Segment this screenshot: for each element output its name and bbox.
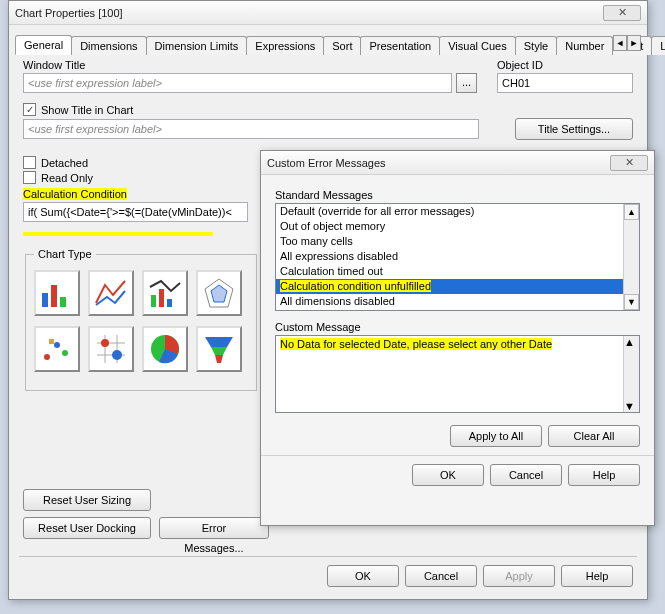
tab-visual-cues[interactable]: Visual Cues: [439, 36, 516, 55]
svg-rect-0: [42, 293, 48, 307]
list-item[interactable]: Default (override for all error messages…: [276, 204, 639, 219]
chart-type-funnel-icon[interactable]: [196, 326, 242, 372]
standard-messages-list[interactable]: Default (override for all error messages…: [275, 203, 640, 311]
chart-type-combo-icon[interactable]: [142, 270, 188, 316]
svg-point-17: [112, 350, 122, 360]
detached-label: Detached: [41, 157, 88, 169]
svg-marker-19: [205, 337, 233, 347]
window-title-input[interactable]: [23, 73, 452, 93]
svg-point-16: [101, 339, 109, 347]
tab-scroll-right-icon[interactable]: ►: [627, 35, 641, 51]
ok-button[interactable]: OK: [327, 565, 399, 587]
show-title-checkbox[interactable]: ✓: [23, 103, 36, 116]
svg-point-9: [54, 342, 60, 348]
list-item[interactable]: All expressions disabled: [276, 249, 639, 264]
tab-presentation[interactable]: Presentation: [360, 36, 440, 55]
tab-general[interactable]: General: [15, 35, 72, 55]
window-title-browse-button[interactable]: ...: [456, 73, 477, 93]
dialog-title: Chart Properties [100]: [15, 7, 603, 19]
custom-message-label: Custom Message: [275, 321, 640, 333]
chart-type-radar-icon[interactable]: [196, 270, 242, 316]
chart-type-grid-icon[interactable]: [88, 326, 134, 372]
reset-user-sizing-button[interactable]: Reset User Sizing: [23, 489, 151, 511]
list-item[interactable]: Calculation condition unfulfilled: [276, 279, 639, 294]
reset-user-docking-button[interactable]: Reset User Docking: [23, 517, 151, 539]
list-item[interactable]: Out of object memory: [276, 219, 639, 234]
cancel-button[interactable]: Cancel: [405, 565, 477, 587]
detached-checkbox[interactable]: [23, 156, 36, 169]
tab-style[interactable]: Style: [515, 36, 557, 55]
scroll-up-icon[interactable]: ▲: [624, 204, 639, 220]
svg-rect-3: [151, 295, 156, 307]
scroll-down-icon[interactable]: ▼: [624, 400, 639, 412]
svg-marker-7: [211, 285, 227, 302]
tab-strip: General Dimensions Dimension Limits Expr…: [15, 33, 641, 55]
window-title-label: Window Title: [23, 59, 477, 71]
svg-rect-4: [159, 289, 164, 307]
sub-cancel-button[interactable]: Cancel: [490, 464, 562, 486]
standard-messages-label: Standard Messages: [275, 189, 640, 201]
scroll-down-icon[interactable]: ▼: [624, 294, 639, 310]
custom-message-value: No Data for selected Date, please select…: [280, 338, 552, 350]
readonly-checkbox[interactable]: [23, 171, 36, 184]
chart-type-line-icon[interactable]: [88, 270, 134, 316]
tab-dimensions[interactable]: Dimensions: [71, 36, 146, 55]
show-title-input[interactable]: [23, 119, 479, 139]
readonly-label: Read Only: [41, 172, 93, 184]
svg-point-10: [62, 350, 68, 356]
list-item[interactable]: Calculation timed out: [276, 264, 639, 279]
titlebar[interactable]: Chart Properties [100] ✕: [9, 1, 647, 25]
sub-help-button[interactable]: Help: [568, 464, 640, 486]
object-id-input[interactable]: [497, 73, 633, 93]
tab-dimension-limits[interactable]: Dimension Limits: [146, 36, 248, 55]
tab-sort[interactable]: Sort: [323, 36, 361, 55]
title-settings-button[interactable]: Title Settings...: [515, 118, 633, 140]
apply-to-all-button[interactable]: Apply to All: [450, 425, 542, 447]
svg-marker-20: [211, 347, 227, 355]
chart-type-pie-icon[interactable]: [142, 326, 188, 372]
list-item[interactable]: Too many cells: [276, 234, 639, 249]
scroll-up-icon[interactable]: ▲: [624, 336, 639, 348]
sub-close-icon[interactable]: ✕: [610, 155, 648, 171]
apply-button[interactable]: Apply: [483, 565, 555, 587]
custom-message-input[interactable]: No Data for selected Date, please select…: [275, 335, 640, 413]
object-id-label: Object ID: [497, 59, 633, 71]
svg-rect-5: [167, 299, 172, 307]
chart-type-scatter-icon[interactable]: [34, 326, 80, 372]
tab-expressions[interactable]: Expressions: [246, 36, 324, 55]
svg-point-8: [44, 354, 50, 360]
svg-rect-11: [49, 339, 54, 344]
tab-layout[interactable]: La: [651, 36, 665, 55]
tab-scroll-left-icon[interactable]: ◄: [613, 35, 627, 51]
list-item[interactable]: All dimensions disabled: [276, 294, 639, 309]
clear-all-button[interactable]: Clear All: [548, 425, 640, 447]
chart-type-legend: Chart Type: [34, 248, 96, 260]
sub-dialog-title: Custom Error Messages: [267, 157, 610, 169]
chart-type-bar-icon[interactable]: [34, 270, 80, 316]
custom-error-messages-dialog: Custom Error Messages ✕ Standard Message…: [260, 150, 655, 526]
chart-type-group: Chart Type: [25, 248, 257, 391]
tab-number[interactable]: Number: [556, 36, 613, 55]
sub-titlebar[interactable]: Custom Error Messages ✕: [261, 151, 654, 175]
svg-rect-2: [60, 297, 66, 307]
show-title-label: Show Title in Chart: [41, 104, 133, 116]
error-messages-button[interactable]: Error Messages...: [159, 517, 269, 539]
help-button[interactable]: Help: [561, 565, 633, 587]
svg-marker-21: [215, 355, 223, 363]
sub-ok-button[interactable]: OK: [412, 464, 484, 486]
calc-condition-input[interactable]: [23, 202, 248, 222]
close-icon[interactable]: ✕: [603, 5, 641, 21]
svg-rect-1: [51, 285, 57, 307]
